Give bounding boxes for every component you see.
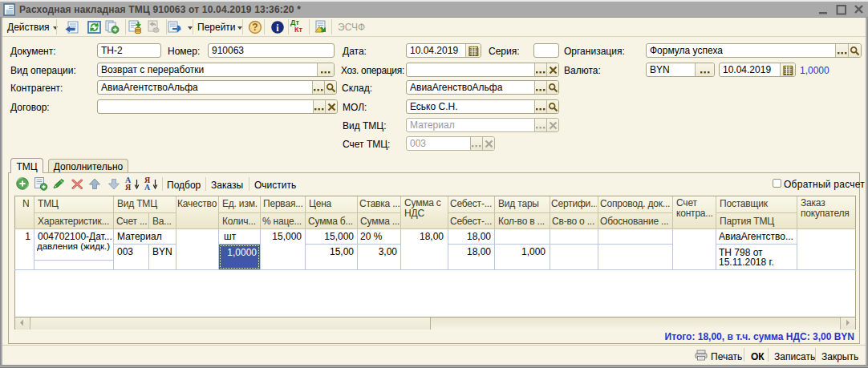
svg-text:?: ?: [252, 22, 258, 33]
